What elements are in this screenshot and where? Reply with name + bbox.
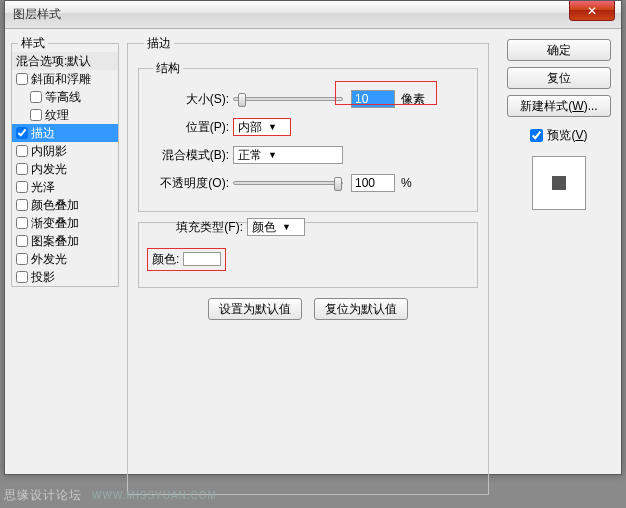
stroke-legend: 描边 bbox=[144, 35, 174, 52]
style-item-6[interactable]: 光泽 bbox=[12, 178, 118, 196]
style-item-8[interactable]: 渐变叠加 bbox=[12, 214, 118, 232]
right-panel: 确定 复位 新建样式(W)... 预览(V) bbox=[505, 39, 613, 210]
style-item-2[interactable]: 纹理 bbox=[12, 106, 118, 124]
styles-fieldset: 样式 混合选项:默认斜面和浮雕等高线纹理描边内阴影内发光光泽颜色叠加渐变叠加图案… bbox=[11, 35, 119, 287]
style-item-0[interactable]: 斜面和浮雕 bbox=[12, 70, 118, 88]
size-label: 大小(S): bbox=[147, 91, 233, 108]
blendmode-label: 混合模式(B): bbox=[147, 147, 233, 164]
style-checkbox[interactable] bbox=[16, 253, 28, 265]
blendmode-row: 混合模式(B): 正常 ▼ bbox=[147, 143, 469, 167]
size-input[interactable]: 10 bbox=[351, 90, 395, 108]
ok-button[interactable]: 确定 bbox=[507, 39, 611, 61]
color-label: 颜色: bbox=[152, 251, 179, 268]
style-checkbox[interactable] bbox=[16, 217, 28, 229]
main-panel: 描边 结构 大小(S): 10 像素 位置(P): 内部 ▼ bbox=[127, 35, 489, 495]
window-title: 图层样式 bbox=[13, 6, 61, 23]
stroke-fieldset: 描边 结构 大小(S): 10 像素 位置(P): 内部 ▼ bbox=[127, 35, 489, 495]
default-buttons: 设置为默认值 复位为默认值 bbox=[138, 298, 478, 320]
style-checkbox[interactable] bbox=[16, 199, 28, 211]
chevron-down-icon: ▼ bbox=[282, 222, 291, 232]
styles-legend: 样式 bbox=[18, 35, 48, 52]
preview-swatch bbox=[532, 156, 586, 210]
dialog-content: 样式 混合选项:默认斜面和浮雕等高线纹理描边内阴影内发光光泽颜色叠加渐变叠加图案… bbox=[5, 29, 621, 474]
structure-legend: 结构 bbox=[153, 60, 183, 77]
preview-checkbox-row: 预览(V) bbox=[530, 127, 587, 144]
blend-options[interactable]: 混合选项:默认 bbox=[12, 52, 118, 70]
filltype-row: 填充类型(F): 颜色 ▼ bbox=[147, 215, 469, 239]
opacity-slider[interactable] bbox=[233, 181, 343, 185]
style-checkbox[interactable] bbox=[16, 235, 28, 247]
set-default-button[interactable]: 设置为默认值 bbox=[208, 298, 302, 320]
style-checkbox[interactable] bbox=[30, 91, 42, 103]
filltype-label: 填充类型(F): bbox=[147, 219, 247, 236]
position-dropdown[interactable]: 内部 ▼ bbox=[233, 118, 291, 136]
style-item-9[interactable]: 图案叠加 bbox=[12, 232, 118, 250]
layer-style-dialog: 图层样式 ✕ 样式 混合选项:默认斜面和浮雕等高线纹理描边内阴影内发光光泽颜色叠… bbox=[4, 0, 622, 475]
style-item-3[interactable]: 描边 bbox=[12, 124, 118, 142]
style-checkbox[interactable] bbox=[16, 73, 28, 85]
reset-default-button[interactable]: 复位为默认值 bbox=[314, 298, 408, 320]
watermark: 思缘设计论坛 WWW.MISSYUAN.COM bbox=[4, 487, 217, 504]
style-checkbox[interactable] bbox=[16, 163, 28, 175]
blendmode-dropdown[interactable]: 正常 ▼ bbox=[233, 146, 343, 164]
chevron-down-icon: ▼ bbox=[268, 122, 277, 132]
position-row: 位置(P): 内部 ▼ bbox=[147, 115, 469, 139]
styles-panel: 样式 混合选项:默认斜面和浮雕等高线纹理描边内阴影内发光光泽颜色叠加渐变叠加图案… bbox=[11, 35, 119, 495]
style-item-4[interactable]: 内阴影 bbox=[12, 142, 118, 160]
style-item-5[interactable]: 内发光 bbox=[12, 160, 118, 178]
style-checkbox[interactable] bbox=[16, 271, 28, 283]
close-icon: ✕ bbox=[587, 4, 597, 18]
opacity-unit: % bbox=[401, 176, 412, 190]
preview-checkbox[interactable] bbox=[530, 129, 543, 142]
cancel-button[interactable]: 复位 bbox=[507, 67, 611, 89]
opacity-input[interactable]: 100 bbox=[351, 174, 395, 192]
style-checkbox[interactable] bbox=[16, 145, 28, 157]
style-checkbox[interactable] bbox=[16, 127, 28, 139]
styles-list: 混合选项:默认斜面和浮雕等高线纹理描边内阴影内发光光泽颜色叠加渐变叠加图案叠加外… bbox=[12, 52, 118, 286]
style-item-1[interactable]: 等高线 bbox=[12, 88, 118, 106]
color-row: 颜色: bbox=[147, 247, 469, 271]
style-item-7[interactable]: 颜色叠加 bbox=[12, 196, 118, 214]
style-checkbox[interactable] bbox=[16, 181, 28, 193]
style-item-10[interactable]: 外发光 bbox=[12, 250, 118, 268]
structure-fieldset: 结构 大小(S): 10 像素 位置(P): 内部 ▼ bbox=[138, 60, 478, 212]
close-button[interactable]: ✕ bbox=[569, 1, 615, 21]
chevron-down-icon: ▼ bbox=[268, 150, 277, 160]
new-style-button[interactable]: 新建样式(W)... bbox=[507, 95, 611, 117]
titlebar[interactable]: 图层样式 ✕ bbox=[5, 1, 621, 29]
size-slider[interactable] bbox=[233, 97, 343, 101]
size-unit: 像素 bbox=[401, 91, 425, 108]
position-label: 位置(P): bbox=[147, 119, 233, 136]
color-swatch[interactable] bbox=[183, 252, 221, 266]
size-row: 大小(S): 10 像素 bbox=[147, 87, 469, 111]
opacity-label: 不透明度(O): bbox=[147, 175, 233, 192]
fill-fieldset: 填充类型(F): 颜色 ▼ 颜色: bbox=[138, 222, 478, 288]
style-item-11[interactable]: 投影 bbox=[12, 268, 118, 286]
filltype-dropdown[interactable]: 颜色 ▼ bbox=[247, 218, 305, 236]
opacity-row: 不透明度(O): 100 % bbox=[147, 171, 469, 195]
style-checkbox[interactable] bbox=[30, 109, 42, 121]
